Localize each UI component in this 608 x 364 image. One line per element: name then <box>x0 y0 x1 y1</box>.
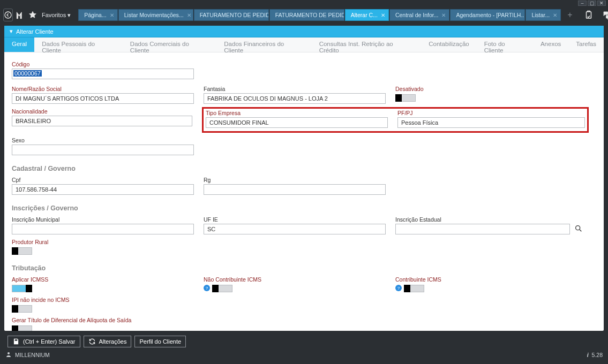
insc-est-label: Inscrição Estadual <box>395 216 583 223</box>
produtor-rural-toggle[interactable] <box>12 247 32 255</box>
inner-tab[interactable]: Consultas Inst. Retrição ao Crédito <box>312 37 422 52</box>
top-tab-label: Central de Infor... <box>395 12 439 18</box>
top-tab-label: FATURAMENTO DE PEDIDO... <box>275 12 344 18</box>
panel-titlebar[interactable]: ▾ Alterar Cliente <box>4 26 604 37</box>
inner-tab[interactable]: Dados Comerciais do Cliente <box>123 37 216 52</box>
nao-contrib-toggle[interactable] <box>212 285 232 292</box>
bottom-toolbar: (Ctrl + Enter) Salvar Alterações Perfil … <box>4 334 604 349</box>
add-tab-button[interactable]: + <box>563 10 576 20</box>
insc-mun-field[interactable] <box>12 224 194 234</box>
produtor-rural-label: Produtor Rural <box>12 239 194 245</box>
save-button-label: (Ctrl + Enter) Salvar <box>23 338 76 345</box>
top-tab[interactable]: Central de Infor...✕ <box>389 9 450 21</box>
nome-field[interactable] <box>12 93 194 104</box>
top-tab[interactable]: Alterar C...✕ <box>345 9 389 21</box>
favorites-dropdown[interactable]: Favoritos ▾ <box>40 12 73 19</box>
aplicar-icms-toggle[interactable] <box>12 285 32 292</box>
top-tab[interactable]: Listar...✕ <box>526 9 561 21</box>
close-icon[interactable]: ✕ <box>441 12 446 18</box>
inner-tab[interactable]: Anexos <box>533 37 568 52</box>
top-tab-label: Listar... <box>531 12 550 18</box>
codigo-value: 00000067 <box>13 70 42 77</box>
sexo-label: Sexo <box>12 137 194 143</box>
info-icon[interactable]: ? <box>204 285 210 291</box>
top-tab-label: Alterar C... <box>351 12 378 18</box>
inner-tab[interactable]: Tarefas <box>568 37 604 52</box>
top-tab-label: Agendamento - [PARTILH... <box>456 12 525 18</box>
window-maximize-button[interactable]: ▢ <box>588 1 596 6</box>
sexo-select[interactable] <box>12 145 194 155</box>
inner-tab-strip: GeralDados Pessoais do ClienteDados Come… <box>4 37 604 52</box>
section-inscricoes: Inscrições / Governo <box>12 204 589 212</box>
chat-icon[interactable] <box>601 9 608 21</box>
fantasia-label: Fantasia <box>204 86 386 92</box>
desativado-label: Desativado <box>395 86 583 92</box>
gerar-titulo-toggle[interactable] <box>12 325 32 331</box>
tipo-empresa-select[interactable]: CONSUMIDOR FINAL <box>206 117 388 128</box>
fantasia-field[interactable] <box>204 93 386 104</box>
search-icon[interactable] <box>574 224 583 234</box>
panel-title-text: Alterar Cliente <box>16 28 54 35</box>
favorites-label: Favoritos <box>42 12 66 18</box>
status-bar: MILLENNIUM i 5.28 <box>0 349 608 361</box>
top-tab-label: FATURAMENTO DE PEDIDO... <box>200 12 269 18</box>
top-tab[interactable]: FATURAMENTO DE PEDIDO...✕ <box>194 9 269 21</box>
top-tab[interactable]: FATURAMENTO DE PEDIDO...✕ <box>269 9 344 21</box>
nacionalidade-select[interactable]: BRASILEIRO <box>12 116 192 126</box>
inner-tab[interactable]: Geral <box>4 37 34 52</box>
section-cadastral: Cadastral / Governo <box>12 165 589 172</box>
insc-mun-label: Inscrição Municipal <box>12 216 194 223</box>
window-close-button[interactable]: ✕ <box>597 1 606 6</box>
inner-tab[interactable]: Foto do Cliente <box>477 37 533 52</box>
info-icon[interactable]: ? <box>395 285 402 291</box>
user-icon <box>5 351 12 359</box>
contrib-toggle[interactable] <box>404 285 424 292</box>
back-button[interactable] <box>3 9 13 21</box>
page-panel: ▾ Alterar Cliente GeralDados Pessoais do… <box>4 26 604 331</box>
info-icon: i <box>587 352 589 358</box>
app-logo-icon[interactable] <box>15 9 26 21</box>
top-toolbar: Favoritos ▾ Página...✕Listar Movimentaçõ… <box>0 6 608 24</box>
rg-field[interactable] <box>204 184 386 195</box>
chevron-down-icon: ▾ <box>10 28 13 35</box>
highlight-box: Tipo Empresa CONSUMIDOR FINAL PF/PJ Pess… <box>202 107 589 133</box>
refresh-icon <box>88 338 96 345</box>
close-icon[interactable]: ✕ <box>553 12 557 18</box>
alteracoes-button[interactable]: Alterações <box>84 336 132 347</box>
svg-point-2 <box>576 226 580 230</box>
inner-tab[interactable]: Contabilização <box>421 37 476 52</box>
nao-contrib-label: Não Contribuinte ICMS <box>204 276 386 283</box>
window-minimize-button[interactable]: – <box>578 1 587 6</box>
svg-point-3 <box>7 352 10 354</box>
inner-tab[interactable]: Dados Financeiros do Cliente <box>216 37 311 52</box>
desativado-toggle[interactable] <box>395 94 416 102</box>
status-user: MILLENNIUM <box>15 352 50 358</box>
ufie-select[interactable]: SC <box>204 224 386 234</box>
star-icon[interactable] <box>28 9 37 21</box>
top-tab-label: Página... <box>84 12 106 18</box>
section-tributacao: Tributação <box>12 264 589 272</box>
close-icon[interactable]: ✕ <box>110 12 114 18</box>
close-icon[interactable]: ✕ <box>381 12 385 18</box>
inner-tab[interactable]: Dados Pessoais do Cliente <box>34 37 123 52</box>
nacionalidade-label: Nacionalidade <box>12 108 192 115</box>
form-area[interactable]: Código 00000067 Nome/Razão Social Fantas… <box>4 52 604 331</box>
pfpj-select[interactable]: Pessoa Física <box>397 117 585 128</box>
top-tab[interactable]: Listar Movimentações...✕ <box>118 9 193 21</box>
top-tab[interactable]: Agendamento - [PARTILH...✕ <box>450 9 525 21</box>
save-button[interactable]: (Ctrl + Enter) Salvar <box>7 336 80 347</box>
cpf-field[interactable] <box>12 184 194 195</box>
ipi-toggle[interactable] <box>12 305 32 313</box>
codigo-field[interactable]: 00000067 <box>12 69 194 79</box>
rg-label: Rg <box>204 177 386 183</box>
codigo-label: Código <box>12 61 194 67</box>
contrib-label: Contribuinte ICMS <box>395 276 583 283</box>
ufie-label: UF IE <box>204 216 386 223</box>
tipo-empresa-label: Tipo Empresa <box>206 110 388 116</box>
nome-label: Nome/Razão Social <box>12 86 194 92</box>
top-tab[interactable]: Página...✕ <box>78 9 117 21</box>
close-icon[interactable]: ✕ <box>187 12 191 18</box>
clipboard-icon[interactable] <box>582 9 595 21</box>
insc-est-field[interactable] <box>395 224 570 234</box>
perfil-button[interactable]: Perfil do Cliente <box>134 336 186 347</box>
